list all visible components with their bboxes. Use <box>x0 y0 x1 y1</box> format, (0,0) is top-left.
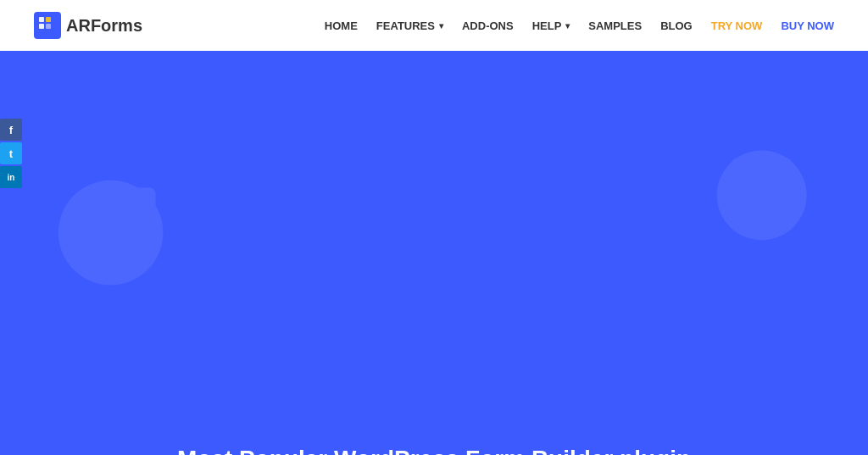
nav-home[interactable]: HOME <box>325 19 358 32</box>
svg-rect-7 <box>732 158 792 218</box>
linkedin-button[interactable]: in <box>0 166 22 188</box>
header: ARForms HOME FEATURES ADD-ONS HELP SAMPL… <box>0 0 868 51</box>
twitter-button[interactable]: t <box>0 142 22 164</box>
nav-help[interactable]: HELP <box>532 19 570 32</box>
hero-title: Most Popular WordPress Form Builder plug… <box>51 446 817 455</box>
social-sidebar: f t in <box>0 119 22 188</box>
svg-rect-0 <box>39 17 44 22</box>
svg-rect-6 <box>96 188 156 248</box>
svg-point-4 <box>58 180 164 286</box>
nav-addons[interactable]: ADD-ONS <box>462 19 514 32</box>
svg-rect-1 <box>46 17 51 22</box>
nav-buy-now[interactable]: BUY NOW <box>781 19 834 32</box>
facebook-button[interactable]: f <box>0 119 22 141</box>
svg-point-5 <box>717 150 807 240</box>
svg-rect-2 <box>39 24 44 29</box>
logo[interactable]: ARForms <box>34 12 142 39</box>
main-nav: HOME FEATURES ADD-ONS HELP SAMPLES BLOG … <box>325 19 834 32</box>
nav-try-now[interactable]: TRY NOW <box>711 19 763 32</box>
nav-samples[interactable]: SAMPLES <box>588 19 642 32</box>
logo-icon <box>34 12 61 39</box>
bg-decoration <box>51 83 817 446</box>
svg-rect-3 <box>46 24 51 29</box>
nav-features[interactable]: FEATURES <box>376 19 443 32</box>
nav-blog[interactable]: BLOG <box>660 19 693 32</box>
logo-text: ARForms <box>66 16 142 36</box>
hero-section: Most Popular WordPress Form Builder plug… <box>0 51 868 455</box>
